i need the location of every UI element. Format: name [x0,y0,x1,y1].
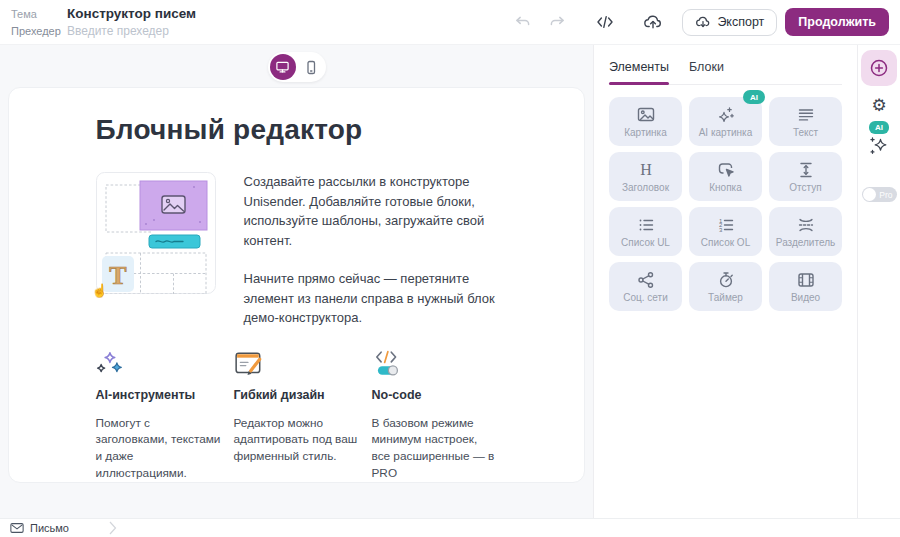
subject-row: Тема Конструктор писем [11,6,196,21]
toggle-knob [863,188,876,201]
tab-elements[interactable]: Элементы [609,60,669,84]
smartphone-icon [304,60,318,75]
cloud-download-icon [695,15,711,29]
element-label: Таймер [708,292,743,303]
feature-title: Гибкий дизайн [234,388,360,402]
desktop-view-button[interactable] [270,54,296,80]
feature-text: Редактор можно адаптировать под ваш фирм… [234,415,360,465]
undo-icon [514,13,532,31]
element-text[interactable]: Текст [769,97,842,146]
tools-rail: ⚙ AI Pro [857,45,900,518]
intro-text: Создавайте рассылки в конструкторе Unise… [244,172,498,328]
add-element-button[interactable] [861,50,897,86]
element-timer[interactable]: Таймер [689,262,762,311]
element-button[interactable]: Кнопка [689,152,762,201]
feature-title: AI-инструменты [96,388,222,402]
ai-image-icon [716,105,736,125]
ai-badge: AI [743,90,765,104]
social-share-icon [636,270,656,290]
sparkle-icon [868,135,890,157]
chevron-right-icon [109,521,117,535]
flexible-design-icon [234,349,360,381]
upload-button[interactable] [640,9,666,35]
unordered-list-icon [636,215,656,235]
hand-cursor-icon: ☝ [92,283,108,298]
element-label: AI картинка [699,127,753,138]
redo-icon [548,13,566,31]
undo-button[interactable] [510,9,536,35]
timer-icon [716,270,736,290]
envelope-icon [10,522,24,534]
pro-label: Pro [879,190,892,200]
element-label: Соц. сети [623,292,667,303]
builder-illustration: T ☝ [96,172,216,294]
video-icon [796,270,816,290]
bottom-breadcrumb-bar: Письмо [0,518,900,537]
element-label: Заголовок [622,182,669,193]
element-list-ol[interactable]: 1 2 3 Список OL [689,207,762,256]
ai-assistant-button[interactable] [868,135,890,157]
code-icon [596,13,614,31]
element-label: Кнопка [709,182,741,193]
element-label: Отступ [789,182,821,193]
element-spacer[interactable]: Отступ [769,152,842,201]
element-image[interactable]: Картинка [609,97,682,146]
topbar-actions: Экспорт Продолжить [510,8,889,36]
cloud-upload-icon [643,13,663,31]
element-label: Список UL [621,237,670,248]
mobile-view-button[interactable] [298,54,324,80]
settings-button[interactable]: ⚙ [871,97,886,114]
intro-paragraph-1: Создавайте рассылки в конструкторе Unise… [244,172,498,250]
preheader-input[interactable]: Введите прехедер [67,24,169,38]
element-label: Текст [793,127,818,138]
continue-button[interactable]: Продолжить [785,8,889,36]
content: Блочный редактор [0,45,900,518]
element-label: Видео [791,292,820,303]
email-meta: Тема Конструктор писем Прехедер Введите … [11,6,196,38]
breadcrumb-letter[interactable]: Письмо [30,522,69,534]
element-ai-image[interactable]: AI AI картинка [689,97,762,146]
text-icon [796,105,816,125]
pro-mode-toggle[interactable]: Pro [862,187,897,202]
plus-circle-icon [868,57,890,79]
features-row: AI-инструменты Помогут с заголовками, те… [96,349,498,482]
element-heading[interactable]: H Заголовок [609,152,682,201]
feature-text: В базовом режиме минимум настроек, все р… [372,415,498,482]
redo-button[interactable] [544,9,570,35]
element-label: Список OL [701,237,750,248]
tab-blocks[interactable]: Блоки [689,60,724,84]
feature-ai-tools: AI-инструменты Помогут с заголовками, те… [96,349,222,482]
device-toggle [268,52,326,82]
monitor-icon [275,60,290,74]
svg-text:H: H [640,161,652,178]
feature-no-code: No-code В базовом режиме минимум настрое… [372,349,498,482]
panel-tabs: Элементы Блоки [609,45,842,85]
elements-panel: Элементы Блоки Картинка AI [593,45,857,518]
element-divider[interactable]: Разделитель [769,207,842,256]
button-icon [716,160,736,180]
preheader-row: Прехедер Введите прехедер [11,24,196,38]
heading-icon: H [636,160,656,180]
element-video[interactable]: Видео [769,262,842,311]
export-button[interactable]: Экспорт [682,9,777,36]
element-list-ul[interactable]: Список UL [609,207,682,256]
image-icon [636,105,656,125]
email-body: Блочный редактор [96,88,498,482]
email-heading: Блочный редактор [96,114,498,146]
subject-label: Тема [11,8,67,20]
rail-ai-badge: AI [869,121,889,134]
svg-text:3: 3 [719,227,723,233]
ordered-list-icon: 1 2 3 [716,215,736,235]
email-preview-card[interactable]: Блочный редактор [8,87,585,483]
elements-grid: Картинка AI AI картинка [609,97,842,311]
export-label: Экспорт [717,15,764,29]
divider-icon [796,215,816,235]
subject-input[interactable]: Конструктор писем [67,6,196,21]
feature-flexible-design: Гибкий дизайн Редактор можно адаптироват… [234,349,360,482]
element-label: Разделитель [776,237,835,248]
intro-paragraph-2: Начните прямо сейчас — перетяните элемен… [244,269,498,328]
preheader-label: Прехедер [11,25,67,37]
html-code-button[interactable] [592,9,618,35]
editor-canvas: Блочный редактор [0,45,593,518]
element-social[interactable]: Соц. сети [609,262,682,311]
